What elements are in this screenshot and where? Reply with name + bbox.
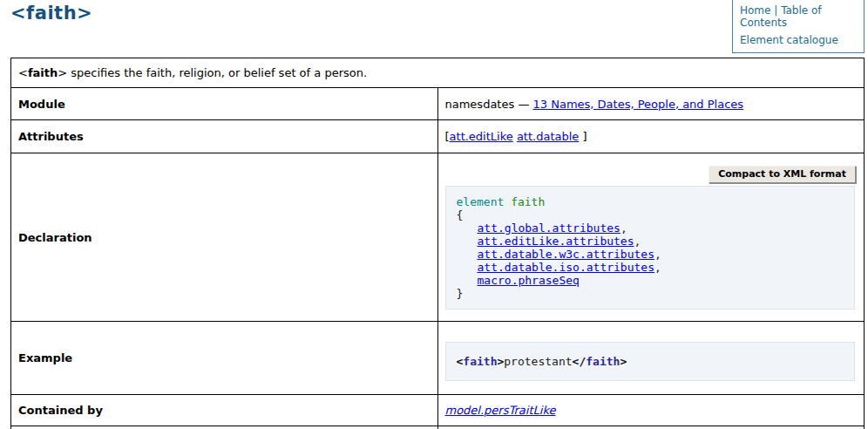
contained-by-row: Contained by model.persTraitLike	[11, 395, 865, 426]
nav-row-primary: Home | Table of Contents	[740, 4, 857, 29]
example-value: <faith>protestant</faith>	[437, 322, 865, 395]
declaration-code-block: element faith { att.global.attributes,at…	[445, 186, 856, 310]
declaration-row: Declaration Compact to XML format elemen…	[11, 153, 865, 322]
contained-by-label: Contained by	[11, 395, 438, 426]
declaration-code-line: att.datable.iso.attributes,	[457, 261, 844, 274]
declaration-model-link[interactable]: att.editLike.attributes	[478, 235, 634, 248]
cutoff-label-cell	[11, 426, 438, 429]
example-close-tagname: faith	[586, 355, 620, 368]
declaration-code-line: att.datable.w3c.attributes,	[457, 248, 844, 261]
declaration-links: att.global.attributes,att.editLike.attri…	[457, 221, 844, 287]
attribute-class-link[interactable]: att.datable	[517, 130, 579, 143]
declaration-close-brace: }	[457, 287, 844, 300]
declaration-label: Declaration	[11, 153, 438, 322]
declaration-value: Compact to XML format element faith { at…	[437, 153, 865, 322]
attributes-row: Attributes [att.editLike att.datable ]	[11, 120, 865, 153]
example-content: protestant	[504, 355, 572, 368]
element-spec-table: <faith> specifies the faith, religion, o…	[10, 58, 865, 429]
compact-to-xml-button[interactable]: Compact to XML format	[709, 166, 856, 183]
declaration-model-link[interactable]: att.datable.w3c.attributes	[478, 248, 655, 261]
module-value: namesdates — 13 Names, Dates, People, an…	[437, 88, 865, 120]
element-description: <faith> specifies the faith, religion, o…	[11, 58, 865, 88]
desc-text: specifies the faith, religion, or belief…	[67, 66, 367, 79]
cutoff-row	[11, 426, 865, 429]
desc-tag-close: >	[58, 66, 67, 79]
declaration-toolbar: Compact to XML format	[445, 166, 857, 183]
example-close-lt: </	[573, 355, 587, 368]
example-label: Example	[11, 322, 438, 395]
declaration-code-line: macro.phraseSeq	[457, 274, 844, 287]
declaration-model-link[interactable]: att.global.attributes	[478, 221, 620, 235]
desc-tag-name: faith	[28, 66, 58, 79]
contained-by-value: model.persTraitLike	[437, 395, 865, 426]
example-open-tagname: faith	[463, 355, 497, 368]
declaration-element-line: element faith	[457, 195, 844, 208]
declaration-keyword: element	[457, 195, 505, 208]
module-name: namesdates	[445, 98, 515, 111]
page-title: <faith>	[10, 3, 92, 24]
nav-row-secondary: Element catalogue	[740, 34, 857, 46]
attributes-links: att.editLike att.datable	[450, 130, 583, 143]
declaration-code-line: att.global.attributes,	[457, 221, 844, 235]
attributes-close-bracket: ]	[582, 130, 587, 143]
example-row: Example <faith>protestant</faith>	[11, 322, 865, 395]
contained-by-model-link[interactable]: model.persTraitLike	[445, 404, 556, 417]
attributes-label: Attributes	[11, 120, 438, 153]
declaration-element-name: faith	[511, 195, 545, 208]
module-dash: —	[518, 98, 529, 111]
nav-home-link[interactable]: Home	[740, 4, 770, 17]
attributes-value: [att.editLike att.datable ]	[437, 120, 865, 153]
description-row: <faith> specifies the faith, religion, o…	[11, 58, 865, 88]
declaration-code-line: att.editLike.attributes,	[457, 235, 844, 248]
module-chapter-link[interactable]: 13 Names, Dates, People, and Places	[533, 98, 744, 111]
example-close-gt: >	[620, 355, 627, 368]
attribute-class-link[interactable]: att.editLike	[450, 130, 513, 143]
module-label: Module	[11, 88, 438, 120]
example-code-block: <faith>protestant</faith>	[445, 342, 856, 381]
nav-element-catalogue-link[interactable]: Element catalogue	[740, 34, 838, 46]
module-row: Module namesdates — 13 Names, Dates, Peo…	[11, 88, 865, 120]
nav-separator: |	[774, 4, 777, 17]
declaration-model-link[interactable]: macro.phraseSeq	[478, 274, 580, 287]
desc-tag-open: <	[18, 66, 28, 79]
nav-box: Home | Table of Contents Element catalog…	[732, 0, 865, 53]
declaration-model-link[interactable]: att.datable.iso.attributes	[478, 261, 655, 274]
cutoff-value-cell	[437, 426, 865, 429]
page: <faith> Home | Table of Contents Element…	[0, 0, 868, 429]
declaration-open-brace: {	[457, 208, 844, 221]
